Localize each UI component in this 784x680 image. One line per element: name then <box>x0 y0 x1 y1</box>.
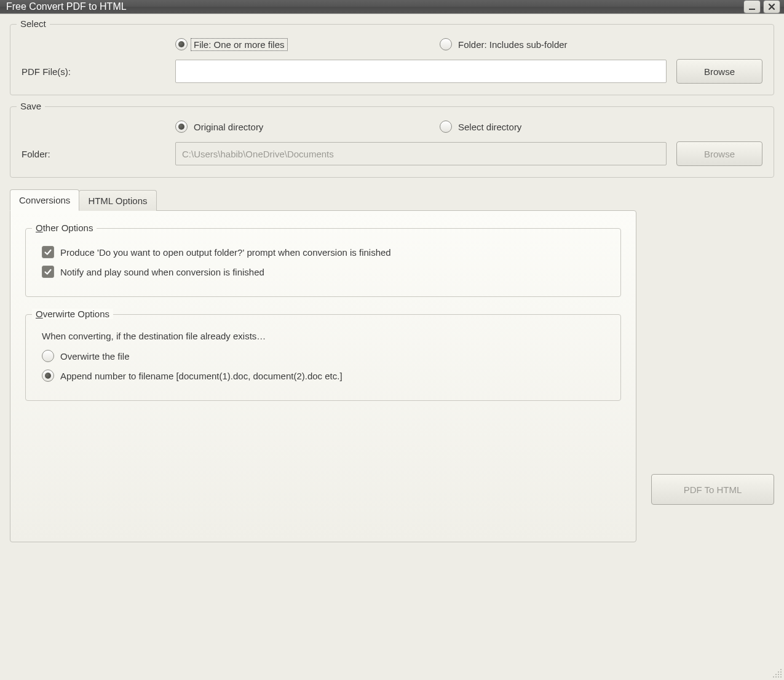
save-group: Save Original directory Select directory… <box>10 106 774 178</box>
pdf-files-label: PDF File(s): <box>22 66 175 77</box>
minimize-icon <box>748 2 756 11</box>
checkmark-icon <box>42 266 54 278</box>
svg-rect-3 <box>780 671 782 673</box>
pdf-files-input[interactable] <box>175 60 667 83</box>
tab-conversions[interactable]: Conversions <box>10 189 79 211</box>
radio-append-label: Append number to filename [document(1).d… <box>60 371 343 381</box>
overwrite-description: When converting, if the destination file… <box>42 331 609 341</box>
radio-icon <box>175 38 188 50</box>
check-open-folder-prompt[interactable]: Produce 'Do you want to open output fold… <box>42 246 609 258</box>
svg-rect-7 <box>773 676 774 678</box>
other-options-group: Other Options Produce 'Do you want to op… <box>25 228 621 297</box>
radio-folder-label: Folder: Includes sub-folder <box>458 39 568 50</box>
radio-folder-mode[interactable]: Folder: Includes sub-folder <box>440 38 704 50</box>
svg-rect-0 <box>749 9 755 10</box>
close-button[interactable] <box>763 0 780 14</box>
svg-rect-10 <box>780 676 782 678</box>
lower-area: Conversions HTML Options Other Options P… <box>10 189 774 680</box>
svg-rect-6 <box>780 674 782 675</box>
svg-rect-4 <box>775 674 777 675</box>
radio-icon <box>440 38 452 50</box>
overwrite-options-group: Overwirte Options When converting, if th… <box>25 314 621 401</box>
radio-icon <box>175 121 188 133</box>
tab-html-options[interactable]: HTML Options <box>79 190 156 211</box>
svg-rect-9 <box>778 676 779 678</box>
radio-select-dir[interactable]: Select directory <box>440 121 704 133</box>
check-notify-label: Notify and play sound when conversion is… <box>60 267 264 277</box>
browse-files-button[interactable]: Browse <box>676 59 762 84</box>
title-bar: Free Convert PDF to HTML <box>0 0 784 14</box>
side-column: PDF To HTML Help <box>651 189 774 680</box>
radio-overwrite-label: Overwirte the file <box>60 351 130 362</box>
radio-original-label: Original directory <box>194 122 263 132</box>
checkmark-icon <box>42 246 54 258</box>
radio-icon <box>42 370 54 382</box>
check-notify-sound[interactable]: Notify and play sound when conversion is… <box>42 266 609 278</box>
tabstrip: Conversions HTML Options <box>10 189 636 210</box>
svg-rect-2 <box>778 671 779 673</box>
svg-rect-8 <box>775 676 777 678</box>
folder-label: Folder: <box>22 149 175 159</box>
pdf-to-html-button: PDF To HTML <box>651 474 774 505</box>
radio-file-label: File: One or more files <box>191 38 288 51</box>
radio-append-number[interactable]: Append number to filename [document(1).d… <box>42 370 609 382</box>
svg-rect-5 <box>778 674 779 675</box>
select-legend: Select <box>17 18 50 29</box>
app-window: Free Convert PDF to HTML Select File: On… <box>0 0 784 680</box>
check-open-folder-label: Produce 'Do you want to open output fold… <box>60 247 391 258</box>
folder-input <box>175 142 667 165</box>
browse-folder-button: Browse <box>676 141 762 166</box>
tabs: Conversions HTML Options Other Options P… <box>10 189 636 542</box>
window-title: Free Convert PDF to HTML <box>6 1 741 12</box>
radio-icon <box>42 350 54 362</box>
save-legend: Save <box>17 101 45 111</box>
client-area: Select File: One or more files Folder: I… <box>0 14 784 680</box>
svg-rect-1 <box>780 669 782 670</box>
radio-original-dir[interactable]: Original directory <box>175 121 440 133</box>
tab-body-conversions: Other Options Produce 'Do you want to op… <box>10 210 636 542</box>
radio-select-label: Select directory <box>458 122 521 132</box>
radio-overwrite-file[interactable]: Overwirte the file <box>42 350 609 362</box>
minimize-button[interactable] <box>743 0 761 14</box>
select-group: Select File: One or more files Folder: I… <box>10 24 774 95</box>
radio-file-mode[interactable]: File: One or more files <box>175 38 440 50</box>
close-icon <box>767 2 776 11</box>
resize-grip-icon[interactable] <box>772 668 783 679</box>
overwrite-options-legend: Overwirte Options <box>32 309 113 319</box>
radio-icon <box>440 121 452 133</box>
other-options-legend: Other Options <box>32 223 97 233</box>
